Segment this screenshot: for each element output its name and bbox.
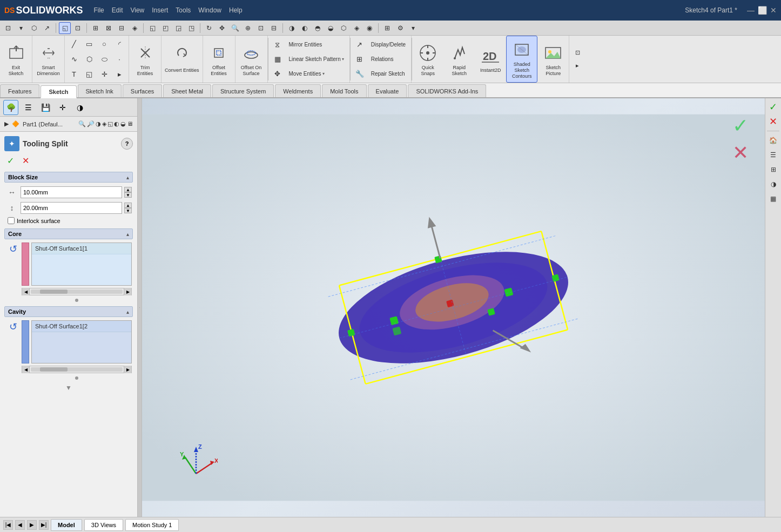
tool-btn2[interactable]: ⊠	[103, 22, 115, 34]
apply-btn[interactable]: ⊞	[381, 22, 393, 34]
block-size-y-up[interactable]: ▲	[124, 203, 132, 208]
block-size-section-header[interactable]: Block Size ▴	[4, 172, 133, 183]
menu-view[interactable]: View	[130, 6, 144, 14]
cavity-section-header[interactable]: Cavity ▴	[4, 306, 133, 317]
nav-last-btn[interactable]: ▶|	[39, 520, 49, 530]
coord-btn[interactable]: ✛	[97, 68, 111, 82]
menu-tools[interactable]: Tools	[176, 6, 191, 14]
tab-weldments[interactable]: Weldments	[275, 84, 321, 97]
right-grid-btn[interactable]: ⊞	[767, 163, 780, 176]
minimize-icon[interactable]: —	[747, 6, 755, 15]
core-scroll-thumb[interactable]	[40, 289, 68, 294]
core-surface-item[interactable]: Shut-Off Surface1[1	[32, 243, 131, 254]
smart-dimension-btn[interactable]: ↔	[38, 42, 59, 64]
right-list-btn[interactable]: ☰	[767, 149, 780, 161]
sketch-active-btn[interactable]: ◱	[59, 22, 71, 34]
nav-prev-btn[interactable]: ◀	[15, 520, 25, 530]
search-part-icon[interactable]: 🔎	[87, 120, 95, 127]
viewport[interactable]: X Y Z ✓ ✕	[142, 98, 765, 517]
bottom-tab-model[interactable]: Model	[51, 519, 82, 531]
arc-btn[interactable]: ◜	[112, 37, 126, 51]
plane-btn[interactable]: ◱	[82, 68, 96, 82]
panel-collapse-handle[interactable]: ·	[138, 98, 142, 517]
display-style-btn[interactable]: ◓	[312, 22, 324, 34]
circle-btn[interactable]: ○	[97, 37, 111, 51]
move-entities-dropdown[interactable]: ▾	[322, 71, 325, 76]
appearance-icon[interactable]: ◑	[96, 120, 101, 127]
convert-btn[interactable]	[171, 45, 193, 66]
display-mgr-btn[interactable]: ◑	[72, 100, 87, 115]
relations-label[interactable]: Relations	[368, 53, 397, 65]
cavity-add-btn[interactable]: ↺	[6, 320, 19, 333]
config-btn[interactable]: 💾	[38, 100, 53, 115]
block-size-y-down[interactable]: ▼	[124, 208, 132, 213]
mirror-label-btn[interactable]: Mirror Entities	[286, 39, 326, 51]
display-icon[interactable]: ◒	[120, 120, 126, 127]
tab-surfaces[interactable]: Surfaces	[123, 84, 162, 97]
core-scroll-left[interactable]: ◀	[22, 288, 30, 295]
zoom-fit-btn[interactable]: ⊡	[255, 22, 267, 34]
move-entities-btn[interactable]: ✥	[271, 67, 285, 81]
menu-help[interactable]: Help	[229, 6, 243, 14]
line-btn[interactable]: ╱	[67, 37, 81, 51]
cancel-btn[interactable]: ✕	[19, 154, 31, 166]
view-btn4[interactable]: ◳	[185, 22, 197, 34]
view-btn1[interactable]: ◱	[146, 22, 158, 34]
tab-mold-tools[interactable]: Mold Tools	[322, 84, 366, 97]
tab-sheet-metal[interactable]: Sheet Metal	[163, 84, 211, 97]
repair-sketch-btn[interactable]: 🔧	[353, 67, 367, 81]
select-filter-btn[interactable]: ▾	[15, 22, 27, 34]
arrow-select-btn[interactable]: ↗	[41, 22, 53, 34]
right-house-btn[interactable]: 🏠	[767, 134, 780, 147]
display-delete-btn[interactable]: ↗	[353, 38, 367, 52]
restore-icon[interactable]: ⬜	[758, 6, 767, 15]
view-btn2[interactable]: ◰	[159, 22, 171, 34]
right-pie-btn[interactable]: ◑	[767, 178, 780, 191]
property-mgr-btn[interactable]: ☰	[21, 100, 36, 115]
text-btn[interactable]: T	[67, 68, 81, 82]
offset-btn[interactable]	[208, 42, 230, 64]
tab-evaluate[interactable]: Evaluate	[368, 84, 407, 97]
menu-window[interactable]: Window	[198, 6, 221, 14]
tab-solidworks-addins[interactable]: SOLIDWORKS Add-Ins	[408, 84, 486, 97]
right-x-btn[interactable]: ✕	[767, 115, 780, 128]
tool-btn4[interactable]: ◈	[129, 22, 140, 34]
zoom-area-btn[interactable]: ⊕	[242, 22, 254, 34]
section-view-btn[interactable]: ◑	[286, 22, 298, 34]
instant2d-btn[interactable]: 2D Instant2D	[475, 36, 506, 83]
shaded-sketch-btn[interactable]: ShadedSketchContours	[506, 36, 537, 83]
display-delete-label[interactable]: Display/Delete	[368, 39, 409, 51]
core-scroll-right[interactable]: ▶	[124, 288, 131, 295]
trim-btn[interactable]	[134, 42, 156, 64]
view-orient-btn[interactable]: ◐	[299, 22, 311, 34]
cavity-scroll-thumb[interactable]	[40, 367, 68, 372]
right-table-btn[interactable]: ▦	[767, 192, 780, 205]
zoom-btn[interactable]: 🔍	[229, 22, 241, 34]
cavity-surface-item[interactable]: Shut-Off Surface1[2	[32, 321, 131, 332]
tab-features[interactable]: Features	[0, 84, 39, 97]
point-btn[interactable]: ·	[112, 52, 126, 66]
linear-sketch-dropdown[interactable]: ▾	[342, 57, 344, 62]
relations-btn[interactable]: ⊞	[353, 52, 367, 66]
mirror-entities-btn[interactable]: ⧖	[271, 38, 285, 52]
select-btn[interactable]: ⬡	[28, 22, 40, 34]
block-size-x-up[interactable]: ▲	[124, 187, 132, 192]
exit-sketch-btn[interactable]	[5, 42, 27, 64]
interlock-checkbox[interactable]	[8, 217, 15, 224]
menu-insert[interactable]: Insert	[152, 6, 168, 14]
linear-sketch-label-btn[interactable]: Linear Sketch Pattern ▾	[286, 53, 347, 65]
hide-show-btn[interactable]: ◒	[325, 22, 336, 34]
confirm-btn[interactable]: ✓	[4, 154, 16, 166]
view-orient-icon[interactable]: ◐	[114, 120, 119, 127]
rapid-sketch-btn[interactable]: RapidSketch	[443, 36, 475, 83]
bottom-tab-motion[interactable]: Motion Study 1	[125, 519, 179, 531]
tab-sketch[interactable]: Sketch	[41, 85, 76, 98]
right-check-btn[interactable]: ✓	[767, 100, 780, 113]
quick-snaps-btn[interactable]: QuickSnaps	[412, 36, 443, 83]
scene-icon[interactable]: ◈	[102, 120, 106, 127]
sketch-picture-btn[interactable]: SketchPicture	[537, 36, 569, 83]
spline-btn[interactable]: ∿	[67, 52, 81, 66]
nav-first-btn[interactable]: |◀	[3, 520, 13, 530]
sketch-btn2[interactable]: ⊡	[72, 22, 84, 34]
cavity-scroll-left[interactable]: ◀	[22, 366, 30, 373]
